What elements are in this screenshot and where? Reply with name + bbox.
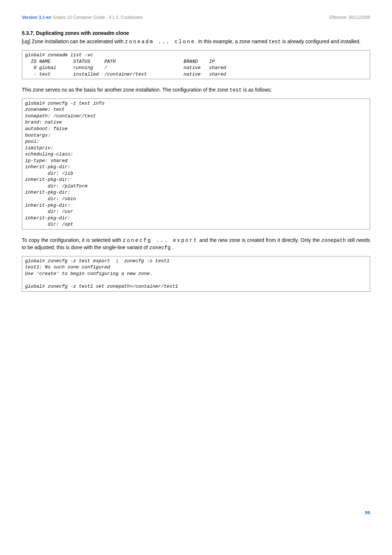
section-number: 5.3.7. <box>22 30 34 36</box>
code-block-2: global# zonecfg -z test info zonename: t… <box>22 98 370 230</box>
p3-cmd: zonecfg ... export <box>123 238 198 243</box>
paragraph-2: This zone serves no as the basis for ano… <box>22 86 370 94</box>
p1-suffix: is already configured and installed. <box>281 39 360 44</box>
p1-prefix: [ug] Zone installation can be accelerate… <box>22 39 125 44</box>
paragraph-3: To copy the configuration, it is selecte… <box>22 237 370 252</box>
code-block-3: global# zonecfg -z test export | zonecfg… <box>22 256 370 292</box>
p2-name: test <box>230 87 242 93</box>
page-number: 99 <box>22 510 370 516</box>
page-header: Version 3.1-en Solaris 10 Container Guid… <box>22 15 370 21</box>
p3-prefix: To copy the configuration, it is selecte… <box>22 237 123 243</box>
p2-prefix: This zone serves no as the basis for ano… <box>22 87 230 93</box>
p3-zonecfg: zonecfg <box>149 245 171 251</box>
section-title-text: Duplicating zones with zoneadm clone <box>36 30 129 36</box>
code-block-1: global# zoneadm list -vc ID NAME STATUS … <box>22 50 370 79</box>
header-left: Version 3.1-en Solaris 10 Container Guid… <box>22 15 143 21</box>
version-label: Version 3.1-en <box>22 15 51 20</box>
p1-mid: . In this example, a zone named <box>195 39 269 44</box>
section-heading: 5.3.7. Duplicating zones with zoneadm cl… <box>22 30 370 37</box>
p1-cmd: zoneadm ... clone <box>125 39 195 45</box>
p1-name: test <box>269 39 281 45</box>
p3-zonepath: zonepath <box>321 238 346 243</box>
p2-suffix: is as follows: <box>242 87 272 93</box>
doc-title: Solaris 10 Container Guide - 3.1 5. Cook… <box>53 15 143 20</box>
p3-mid1: and the new zone is created from it dire… <box>198 237 322 243</box>
p3-suffix: . <box>171 244 173 250</box>
paragraph-1: [ug] Zone installation can be accelerate… <box>22 38 370 46</box>
header-right: Effective: 30/11/2009 <box>329 15 370 21</box>
